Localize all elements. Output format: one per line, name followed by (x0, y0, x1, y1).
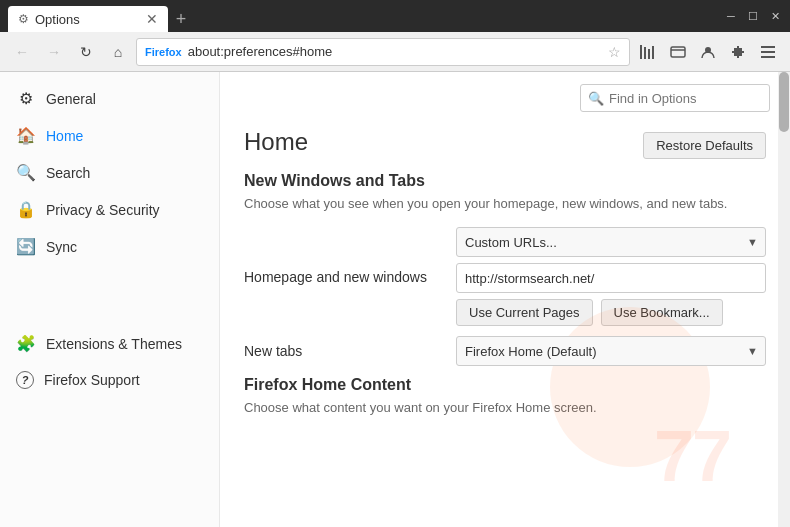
home-icon: 🏠 (16, 126, 36, 145)
restore-defaults-button[interactable]: Restore Defaults (643, 132, 766, 159)
tab-close-button[interactable]: ✕ (146, 11, 158, 27)
synced-tabs-button[interactable] (664, 38, 692, 66)
sidebar-item-support[interactable]: ? Firefox Support (0, 362, 219, 398)
tab-favicon: ⚙ (18, 12, 29, 26)
sidebar-label-home: Home (46, 128, 83, 144)
newtabs-select-wrapper: Firefox Home (Default) ▼ (456, 336, 766, 366)
library-button[interactable] (634, 38, 662, 66)
sidebar: ⚙ General 🏠 Home 🔍 Search 🔒 Privacy & Se… (0, 72, 220, 527)
minimize-button[interactable]: ─ (724, 9, 738, 23)
content-area: 77 🔍 Home Restore Defaults New Windows a… (220, 72, 790, 527)
svg-rect-0 (640, 45, 642, 59)
homepage-row: Homepage and new windows Custom URLs... … (244, 227, 766, 326)
svg-rect-9 (761, 56, 775, 58)
sidebar-label-search: Search (46, 165, 90, 181)
section2-desc: Choose what content you want on your Fir… (244, 400, 766, 415)
homepage-select[interactable]: Custom URLs... (456, 227, 766, 257)
sidebar-label-general: General (46, 91, 96, 107)
homepage-btn-row: Use Current Pages Use Bookmark... (456, 299, 766, 326)
back-button[interactable]: ← (8, 38, 36, 66)
home-button[interactable]: ⌂ (104, 38, 132, 66)
svg-rect-3 (652, 46, 654, 59)
homepage-select-wrapper: Custom URLs... ▼ (456, 227, 766, 257)
account-button[interactable] (694, 38, 722, 66)
scrollbar-track (778, 72, 790, 527)
sidebar-item-search[interactable]: 🔍 Search (0, 154, 219, 191)
homepage-label: Homepage and new windows (244, 269, 444, 285)
find-search-icon: 🔍 (588, 91, 604, 106)
close-button[interactable]: ✕ (768, 9, 782, 23)
sync-icon: 🔄 (16, 237, 36, 256)
reload-button[interactable]: ↻ (72, 38, 100, 66)
extensions-button[interactable] (724, 38, 752, 66)
sidebar-label-sync: Sync (46, 239, 77, 255)
address-text: about:preferences#home (188, 44, 602, 59)
tab-label: Options (35, 12, 80, 27)
address-bar[interactable]: Firefox about:preferences#home ☆ (136, 38, 630, 66)
homepage-controls: Custom URLs... ▼ Use Current Pages Use B… (456, 227, 766, 326)
forward-button[interactable]: → (40, 38, 68, 66)
sidebar-label-support: Firefox Support (44, 372, 140, 388)
find-input-wrapper: 🔍 (580, 84, 770, 112)
sidebar-item-sync[interactable]: 🔄 Sync (0, 228, 219, 265)
svg-rect-4 (671, 47, 685, 57)
svg-rect-1 (644, 47, 646, 59)
extensions-sidebar-icon: 🧩 (16, 334, 36, 353)
toolbar-right (634, 38, 782, 66)
navigation-toolbar: ← → ↻ ⌂ Firefox about:preferences#home ☆ (0, 32, 790, 72)
menu-button[interactable] (754, 38, 782, 66)
sidebar-item-extensions[interactable]: 🧩 Extensions & Themes (0, 325, 219, 362)
section2-title: Firefox Home Content (244, 376, 766, 394)
find-input[interactable] (580, 84, 770, 112)
support-icon: ? (16, 371, 34, 389)
sidebar-item-general[interactable]: ⚙ General (0, 80, 219, 117)
active-tab[interactable]: ⚙ Options ✕ (8, 6, 168, 32)
general-icon: ⚙ (16, 89, 36, 108)
use-current-pages-button[interactable]: Use Current Pages (456, 299, 593, 326)
newtabs-controls: Firefox Home (Default) ▼ (456, 336, 766, 366)
section1-desc: Choose what you see when you open your h… (244, 196, 766, 211)
new-tab-button[interactable]: + (168, 6, 194, 32)
svg-rect-8 (761, 51, 775, 53)
titlebar: ⚙ Options ✕ + ─ ☐ ✕ (0, 0, 790, 32)
find-bar: 🔍 (580, 84, 770, 112)
bookmark-star-button[interactable]: ☆ (608, 44, 621, 60)
use-bookmark-button[interactable]: Use Bookmark... (601, 299, 723, 326)
main-container: ⚙ General 🏠 Home 🔍 Search 🔒 Privacy & Se… (0, 72, 790, 527)
newtabs-select[interactable]: Firefox Home (Default) (456, 336, 766, 366)
section1-title: New Windows and Tabs (244, 172, 766, 190)
scrollbar-thumb[interactable] (779, 72, 789, 132)
watermark-text: 77 (654, 415, 730, 497)
sidebar-label-extensions: Extensions & Themes (46, 336, 182, 352)
tab-bar: ⚙ Options ✕ + (8, 0, 724, 32)
window-controls: ─ ☐ ✕ (724, 9, 782, 23)
svg-rect-7 (761, 46, 775, 48)
search-icon: 🔍 (16, 163, 36, 182)
sidebar-label-privacy: Privacy & Security (46, 202, 160, 218)
newtabs-row: New tabs Firefox Home (Default) ▼ (244, 336, 766, 366)
svg-rect-2 (648, 49, 650, 59)
lock-icon: 🔒 (16, 200, 36, 219)
sidebar-item-privacy[interactable]: 🔒 Privacy & Security (0, 191, 219, 228)
sidebar-item-home[interactable]: 🏠 Home (0, 117, 219, 154)
homepage-url-input[interactable] (456, 263, 766, 293)
newtabs-label: New tabs (244, 343, 444, 359)
maximize-button[interactable]: ☐ (746, 9, 760, 23)
address-favicon: Firefox (145, 46, 182, 58)
